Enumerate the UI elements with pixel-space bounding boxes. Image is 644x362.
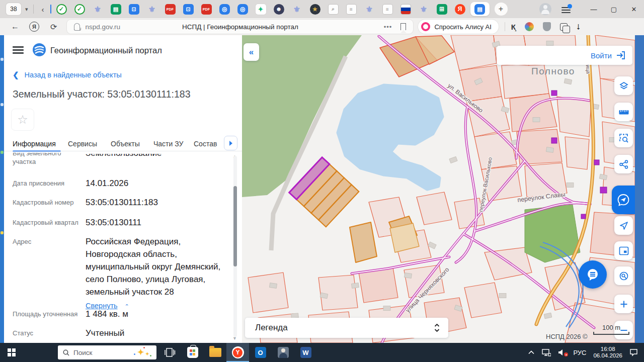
tab-favicon-gerb[interactable]: ⚜ [93, 4, 103, 15]
minimize-button[interactable]: — [584, 0, 604, 18]
tab-favicon-gerb[interactable]: ⚜ [147, 4, 157, 15]
map-canvas[interactable]: Полново ул. Васильково переулок Василько… [242, 35, 635, 343]
yandex-browser-icon: Y [232, 346, 244, 358]
maximize-button[interactable]: ▢ [604, 0, 624, 18]
panel-scrollbar-thumb[interactable] [233, 186, 237, 266]
tab-favicon-yandex[interactable]: Я [455, 4, 465, 15]
system-tray: ✕ РУС 16:08 06.04.2026 [528, 343, 644, 362]
tab-favicon-blue-badge[interactable]: ◎ [219, 4, 230, 15]
back-to-results-link[interactable]: ❮ Назад в найденные объекты [13, 70, 122, 79]
pinned-tabs: ✓ ✓ ⚜ ▤ ⊡ ⚜ PDF ⊡ PDF ◎ ◎ ✦ ☻ ⚜ ★ ⌕ ≡ ⚜ … [56, 4, 465, 15]
tab-favicon-ru-flag[interactable] [400, 4, 411, 15]
tab-favicon-sparkle[interactable]: ✦ [256, 4, 266, 15]
search-place-button[interactable] [614, 266, 633, 285]
extension-k-icon[interactable]: К̝ [511, 23, 516, 31]
tab-parcel-parts[interactable]: Части ЗУ [153, 140, 183, 148]
active-tab[interactable]: ▤ [470, 2, 490, 16]
network-icon[interactable] [542, 349, 551, 356]
back-icon[interactable]: ← [11, 22, 19, 31]
volume-muted-icon[interactable]: ✕ [558, 349, 566, 356]
language-indicator[interactable]: РУС [573, 349, 586, 356]
tab-favicon-blue-app[interactable]: ⊡ [129, 4, 139, 15]
browser-menu-icon[interactable] [561, 6, 571, 13]
feedback-button[interactable] [612, 186, 635, 214]
share-icon [619, 160, 628, 169]
browser-profile-avatar[interactable] [539, 3, 551, 15]
tab-objects[interactable]: Объекты [111, 140, 140, 148]
tabs-scroll-right-button[interactable] [224, 136, 237, 150]
new-tab-button[interactable]: + [495, 3, 508, 16]
tab-favicon-search[interactable]: ⌕ [328, 4, 339, 15]
refresh-icon[interactable]: ⟳ [50, 22, 57, 32]
downloads-icon[interactable]: ⭣ [577, 22, 580, 31]
tab-favicon-blue-badge[interactable]: ◎ [237, 4, 248, 15]
extension-pages-icon[interactable] [560, 23, 568, 31]
taskbar-app-word[interactable]: W [294, 343, 317, 362]
alice-ai-button[interactable]: Спросить Алису AI [418, 20, 498, 34]
tab-favicon-pdf[interactable]: PDF [201, 4, 212, 15]
minimap-button[interactable] [614, 241, 633, 260]
yandex-home-icon[interactable]: Я [29, 22, 39, 32]
url-text[interactable]: nspd.gov.ru [85, 23, 120, 31]
extension-shield-icon[interactable] [543, 22, 551, 31]
scroll-tabs-left-icon[interactable]: ‹ [42, 5, 44, 14]
tab-favicon-document[interactable]: ≡ [382, 4, 393, 15]
tab-favicon-blue-app[interactable]: ⊡ [183, 4, 194, 15]
scroll-down-arrow-icon[interactable]: ▼ [232, 336, 237, 341]
tab-favicon-green-table[interactable]: ⊞ [437, 4, 447, 15]
browser-sidebar-strip[interactable] [0, 35, 4, 343]
date-text: 06.04.2026 [593, 352, 622, 358]
site-security-icon[interactable] [74, 23, 80, 30]
layers-button[interactable] [614, 76, 633, 95]
tab-services[interactable]: Сервисы [68, 140, 97, 148]
zoom-in-button[interactable] [614, 295, 633, 313]
fields-scroll-area[interactable]: Вид земельного участка Землепользование … [4, 153, 231, 343]
legend-bar[interactable]: Легенда [245, 318, 448, 338]
login-bar[interactable]: Войти [497, 46, 632, 65]
extension-color-icon[interactable] [525, 22, 534, 31]
more-actions-icon[interactable]: ••• [384, 23, 392, 31]
taskbar-app-yandex-browser[interactable]: Y [226, 343, 249, 362]
tab-favicon-check-green[interactable]: ✓ [74, 4, 85, 15]
notification-center-icon[interactable] [629, 348, 638, 356]
share-button[interactable] [614, 155, 633, 173]
chat-bubble-icon [585, 267, 600, 282]
plus-icon [620, 300, 628, 308]
tab-list-chevron-icon[interactable]: ▾ [25, 6, 28, 13]
favorite-star-icon[interactable]: ☆ [11, 109, 34, 131]
ruler-button[interactable] [614, 103, 633, 121]
tab-information[interactable]: Информация [13, 140, 56, 148]
tab-favicon-check-green[interactable]: ✓ [56, 4, 67, 15]
tab-favicon-gerb[interactable]: ⚜ [292, 4, 302, 15]
hamburger-menu-icon[interactable] [13, 46, 24, 54]
tab-composition[interactable]: Состав [194, 140, 217, 148]
chat-button[interactable] [579, 260, 607, 289]
taskbar-app-explorer[interactable] [204, 343, 226, 362]
close-button[interactable]: ✕ [624, 0, 644, 18]
select-area-button[interactable] [614, 129, 633, 147]
bookmark-icon[interactable] [400, 23, 406, 30]
tab-favicon-document[interactable]: ≡ [346, 4, 357, 15]
tab-counter[interactable]: 38 [6, 3, 21, 15]
parcel-title: Земельный участок: 53:05:0130111:183 [13, 88, 190, 100]
taskbar-app-outlook[interactable]: O [249, 343, 272, 362]
tab-favicon-dark-emblem[interactable]: ★ [310, 4, 320, 15]
legend-expand-icon[interactable] [434, 323, 440, 332]
login-label[interactable]: Войти [591, 51, 612, 60]
address-bar[interactable]: nspd.gov.ru НСПД | Геоинформационный пор… [67, 20, 413, 34]
collapse-panel-button[interactable]: « [244, 43, 259, 61]
task-view-button[interactable] [158, 343, 181, 362]
taskbar-app-profile[interactable] [272, 343, 294, 362]
tab-favicon-gerb[interactable]: ⚜ [364, 4, 375, 15]
tab-favicon-pdf[interactable]: PDF [165, 4, 176, 15]
taskbar-clock[interactable]: 16:08 06.04.2026 [593, 346, 622, 359]
tab-favicon-gerb[interactable]: ⚜ [419, 4, 429, 15]
tab-favicon-green-doc[interactable]: ▤ [111, 4, 121, 15]
start-button[interactable] [0, 343, 23, 362]
tab-favicon-person[interactable]: ☻ [274, 4, 284, 15]
taskbar-search-box[interactable]: Поиск ✦✦ [58, 345, 156, 359]
taskbar-app-store[interactable] [181, 343, 204, 362]
hidden-icons-chevron[interactable] [528, 350, 535, 355]
locate-me-button[interactable] [614, 216, 633, 235]
scale-label: 100 m [593, 324, 629, 331]
